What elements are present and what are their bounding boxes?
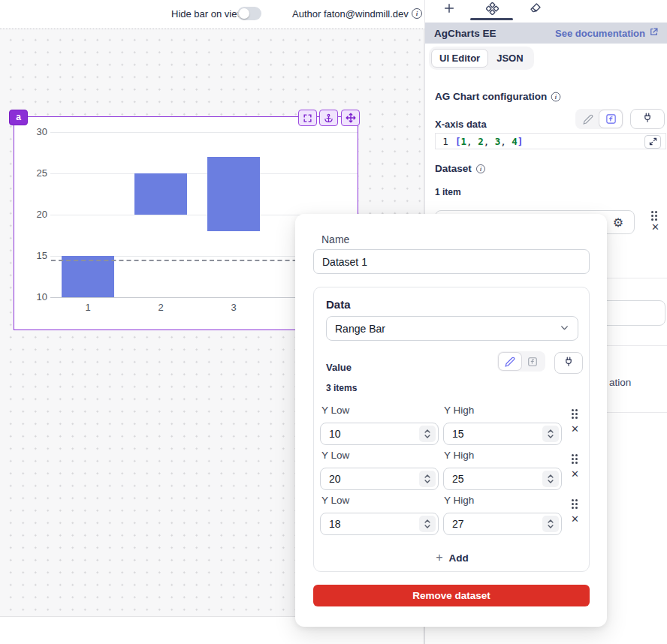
plug-icon	[563, 357, 574, 370]
drag-handle[interactable]	[572, 454, 578, 464]
tab-insert[interactable]	[440, 2, 458, 18]
plus-icon: +	[436, 552, 442, 564]
y-axis-tick: 30	[17, 126, 47, 137]
remove-row-icon[interactable]: ✕	[571, 469, 579, 479]
gear-icon[interactable]: ⚙	[605, 212, 631, 232]
y-axis-tick: 20	[17, 209, 47, 220]
remove-row-icon[interactable]: ✕	[571, 514, 579, 524]
data-label: Data	[326, 298, 351, 311]
xaxis-data-label: X-axis data	[435, 119, 487, 130]
partially-hidden-text: ation	[609, 377, 631, 388]
number-stepper[interactable]	[542, 516, 559, 532]
number-stepper[interactable]	[419, 516, 436, 532]
author-info-icon[interactable]: i	[412, 8, 422, 19]
info-icon[interactable]: i	[551, 92, 561, 101]
info-icon[interactable]: i	[476, 164, 485, 173]
dataset-section-label: Dataset i	[435, 163, 486, 174]
author-label: Author faton@windmill.dev	[292, 8, 409, 20]
y-axis-tick: 10	[17, 291, 47, 302]
y-axis-tick: 25	[17, 167, 47, 179]
data-type-select[interactable]: Range Bar	[326, 316, 578, 341]
range-bar	[62, 256, 114, 297]
y-low-field	[320, 513, 439, 535]
diagonal-expand-icon	[649, 137, 657, 148]
y-gridline	[50, 173, 358, 174]
component-title: AgCharts EE	[434, 28, 555, 39]
function-icon[interactable]	[599, 110, 622, 128]
hide-bar-label: Hide bar on view	[171, 8, 244, 20]
section-title: AG Chart configuration i	[435, 91, 561, 102]
static-pencil-icon[interactable]	[499, 353, 521, 370]
remove-item-icon[interactable]: ✕	[651, 222, 659, 232]
number-stepper[interactable]	[542, 471, 559, 487]
connect-button[interactable]	[630, 109, 665, 129]
y-low-field	[320, 468, 439, 490]
dataset-name-input[interactable]	[313, 249, 590, 274]
drag-handle[interactable]	[651, 211, 657, 221]
static-pencil-icon[interactable]	[577, 110, 599, 128]
y-high-label: Y High	[444, 450, 474, 461]
tab-json[interactable]: JSON	[488, 49, 531, 68]
external-link-icon	[649, 27, 659, 39]
y-axis-tick: 15	[17, 250, 47, 261]
dataset-settings-modal: Name Data Range Bar Value 3 items Y Low …	[295, 214, 607, 627]
see-documentation-link[interactable]: See documentation	[555, 27, 659, 39]
plug-icon	[642, 113, 653, 126]
plus-icon	[443, 2, 455, 17]
chevron-down-icon	[560, 323, 569, 335]
editor-mode-tabs: UI Editor JSON	[429, 47, 534, 70]
y-low-label: Y Low	[321, 495, 349, 506]
tab-components[interactable]	[483, 2, 501, 18]
xaxis-code-editor[interactable]: 1 [1, 2, 3, 4]	[435, 133, 666, 149]
y-low-label: Y Low	[321, 405, 349, 416]
remove-row-icon[interactable]: ✕	[571, 424, 579, 434]
value-input-mode-group	[497, 351, 545, 372]
y-high-label: Y High	[444, 495, 474, 506]
range-bar	[207, 157, 260, 231]
add-item-button[interactable]: + Add	[314, 551, 590, 564]
active-tab-indicator	[470, 18, 513, 20]
x-axis-tick: 3	[219, 302, 249, 313]
items-count: 3 items	[326, 383, 357, 393]
tab-ui-editor[interactable]: UI Editor	[431, 49, 488, 68]
x-axis-tick: 2	[146, 302, 176, 313]
components-icon	[486, 2, 499, 18]
brush-icon	[530, 2, 542, 17]
component-header: AgCharts EE See documentation	[425, 23, 667, 44]
y-high-field	[443, 423, 562, 445]
toggle-knob	[239, 8, 249, 19]
function-icon[interactable]	[521, 353, 544, 370]
x-axis-tick: 1	[73, 302, 103, 313]
data-config-box: Data Range Bar Value 3 items Y Low Y Hig…	[313, 287, 590, 572]
y-high-label: Y High	[444, 405, 474, 416]
remove-dataset-button[interactable]: Remove dataset	[313, 585, 590, 606]
drag-handle[interactable]	[572, 409, 578, 419]
xaxis-input-mode-group	[575, 109, 623, 129]
connect-button[interactable]	[554, 352, 583, 374]
drag-handle[interactable]	[572, 499, 578, 509]
y-high-field	[443, 513, 562, 535]
y-high-field	[443, 468, 562, 490]
canvas-topbar: Hide bar on view Author faton@windmill.d…	[0, 0, 424, 29]
code-content: [1, 2, 3, 4]	[455, 136, 523, 147]
number-stepper[interactable]	[419, 471, 436, 487]
expand-editor-button[interactable]	[644, 135, 661, 149]
dataset-count: 1 item	[435, 187, 461, 197]
number-stepper[interactable]	[542, 426, 559, 442]
y-low-label: Y Low	[321, 450, 349, 461]
y-gridline	[50, 132, 358, 133]
name-label: Name	[321, 233, 349, 245]
line-number: 1	[436, 136, 455, 147]
hide-bar-toggle[interactable]	[237, 7, 261, 20]
y-low-field	[320, 423, 439, 445]
range-bar	[134, 173, 187, 215]
value-label: Value	[326, 362, 352, 373]
number-stepper[interactable]	[419, 426, 436, 442]
tab-styling[interactable]	[527, 2, 545, 18]
